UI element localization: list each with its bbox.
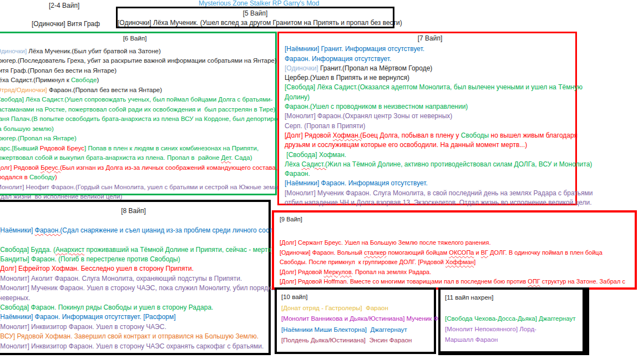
entry-segment: ДОЛГ. В одиночку поймал в плен бойца — [488, 249, 602, 256]
entry-segment: Фараон. — [285, 170, 310, 178]
entry-line: растаманами на Ростке, пожертвовал собой… — [0, 105, 275, 115]
entry-segment: Фараон.(Ушел с проводником в неизвестном… — [285, 103, 468, 110]
wipe-box-7-label: [7 Вайп] — [285, 34, 575, 43]
entry-line: Лёха Садист.(Жил на Тёмной Долине, актив… — [285, 160, 575, 169]
entry-line: [Монолит] Аколит Фараон. Слуга Монолита,… — [0, 274, 269, 284]
entry-segment: но вышел живым благодаря — [489, 132, 578, 139]
entry-segment: [Отряд/Одиночки] — [0, 87, 47, 93]
entry-line: [Одиночки] Фараон. Вольный сталкер помог… — [280, 248, 635, 258]
entry-segment: [Свобода] Будда. ( — [0, 246, 55, 254]
entry-segment: продался в — [0, 174, 29, 180]
entry-segment: Марс.[Бывший — [0, 145, 40, 151]
entry-segment: Свободы. После примкнул к группировке ДО… — [280, 259, 445, 265]
entry-segment: Боец Долга, побывал в плену у — [362, 132, 461, 139]
entry-line — [280, 229, 635, 239]
entry-line: [Отряд/Одиночки] Фараон.(Пропал без вест… — [0, 85, 275, 95]
entry-segment: [Наёмники] Фараон. Информация отсутствуе… — [285, 179, 428, 187]
entry-line: [Монолит] Фараон.(Охранял центр Зоны от … — [285, 112, 575, 121]
entry-segment: ) — [97, 77, 99, 83]
entry-segment: Ваня Палач.(В попытке освободить брата-а… — [0, 115, 288, 122]
entry-segment: [Наёмники] Фараон. Информация отсутствуе… — [0, 313, 176, 321]
entry-segment: ] — [474, 259, 475, 265]
entry-line: [Долг] Рядовой Hoffman. Вместе со многим… — [280, 277, 635, 287]
entry-segment: [Наёмники] — [0, 226, 35, 234]
entry-line: Фараон.(Ушел с проводником в неизвестном… — [285, 102, 575, 112]
wipe-box-7: [7 Вайп][Наёмники] Гранит. Информация от… — [277, 32, 577, 205]
entry-segment: Свободы — [461, 132, 489, 139]
entry-line: продался в Свободу) — [0, 173, 275, 183]
entry-line: [Свобода] Лёха Садист.(Ушел сопровождать… — [0, 95, 275, 105]
wipe-box-9-label: [9 Вайп] — [280, 215, 635, 225]
entry-segment: [Одиночки] Фараон. Вольный — [280, 249, 364, 256]
entry-segment: [Наёмники Миши Блекторна] Джаггернаут — [281, 326, 407, 333]
entry-segment: [Свобода] Лёха Садист.(Ушел сопровождать… — [0, 96, 272, 103]
wipe-box-8: [8 Вайп] [Наёмники] Фараон.(Сдал снаряже… — [0, 200, 271, 355]
entry-segment: ВГ — [481, 249, 488, 256]
entry-line — [445, 303, 583, 314]
entry-line: Цербер.(Ушел в Припять и не вернулся) — [285, 73, 575, 83]
entry-segment: друзьям и сослуживцам которые его освобо… — [285, 141, 527, 149]
entry-line: [ВСУ] Рядовой Хофман. Завершил свой конт… — [0, 332, 269, 341]
entry-segment: Крюгер.(Пропал на Янтаре) — [0, 135, 77, 141]
entry-segment: [Монолит] Инквизитор Фараон. Ушел в стор… — [0, 323, 166, 331]
entry-segment: [Монолит] Инквизитор Фараон. Ушел в стор… — [0, 342, 264, 350]
entry-line: [Одиночки] Лёха Мученик.(Был убит братво… — [0, 47, 275, 57]
entry-line: [Бандиты] Фараон. (Погиб в перестрелке п… — [0, 255, 269, 264]
entry-segment: Свободу — [29, 174, 55, 180]
entry-segment: отдал жизни во исполнение великой цели) — [0, 193, 122, 200]
entry-line: [Долг] Рядовой Бреус.(Был изгнан из Долг… — [0, 163, 275, 173]
entry-segment: на большую землю) — [0, 125, 54, 132]
entry-segment: отбил нападение ЧН и Долга взорвав 13 Эк… — [285, 199, 592, 206]
wipe-2-4-entry-vitya-graf: [Одиночки] Витя Граф — [32, 20, 100, 28]
wipe-box-6-label: [6 Вайп] — [0, 34, 275, 44]
entry-line: [Долг] Ефрейтор Хофман. Бесследно ушел в… — [0, 264, 269, 274]
entry-line: [Монолит] Инквизитор Фараон. Ушел в стор… — [0, 322, 269, 332]
entry-segment: Маршалл Фараон — [445, 336, 498, 343]
entry-segment: [Монолит] Мученик Фараон. Ушел в сторону… — [0, 284, 291, 292]
entry-line: [Свобода Чехова-Досса-Дьяка] Джаггернаут — [445, 314, 583, 324]
entry-segment: структур на Затоне. Забрал с — [540, 278, 625, 285]
entry-segment: Сдал снаряжение и съел цианид из-за проб… — [62, 226, 285, 234]
entry-segment: пожертвовал собой и выкупил брата-анархи… — [0, 154, 221, 161]
entry-line: неверных. — [0, 294, 269, 303]
entry-segment: ОКСОПа — [449, 249, 474, 256]
entry-segment: [Одиночки] — [0, 48, 27, 54]
entry-segment: Хоффман — [445, 259, 474, 265]
entry-segment: Анархист — [55, 246, 84, 254]
entry-line: [Долг] Рядовой Меркулов. Пропал на земля… — [280, 267, 635, 277]
entry-line: Крюгер.(Пропал на Янтаре) — [0, 134, 275, 144]
entry-line: [Долг] Сержант Бреус. Ушел на Большую Зе… — [280, 238, 635, 248]
entry-segment: [Одиночки] Лёха Мученик. (Ушел вслед за … — [118, 19, 402, 27]
entry-segment: Лёха Садист.(Примкнул к — [0, 77, 71, 83]
entry-line: [Наёмники] Гранит. Информация отсутствуе… — [285, 44, 575, 54]
wipe-box-10-label: [10 вайп] — [281, 292, 434, 303]
entry-segment: Лёха — [285, 160, 301, 168]
entry-line: [Одиночки] Гранит.(Пропал на Мёртвом Гор… — [285, 64, 575, 73]
entry-segment: [Свобода] Хофман. — [285, 151, 346, 159]
entry-segment: [Долг] Рядовой — [285, 132, 333, 139]
entry-line: Витя Граф.(Пропал без вести на Янтаре) — [0, 66, 275, 76]
entry-line: [Монолит] Мученик Фараон. Ушел в сторону… — [0, 284, 269, 293]
wipe-box-10: [10 вайп][Донат отряд - Гастролеры] Фара… — [275, 287, 436, 354]
entry-line: Крюгер.(Последователь Греха, убит за рас… — [0, 56, 275, 66]
entry-segment: Витя Граф.(Пропал без вести на Янтаре) — [0, 67, 117, 74]
entry-segment: Хофман.( — [333, 132, 362, 139]
entry-segment: [Долг] Ефрейтор Хофман. Бесследно ушел в… — [0, 265, 194, 272]
entry-segment: Лёха Мученик.(Был убит братвой на Затоне… — [27, 48, 161, 54]
entry-segment: ] Попав в плен к людям в синих комбинезо… — [84, 145, 259, 151]
entry-segment: Фараон.( — [35, 226, 63, 234]
entry-line: Фараон. Информация отсутствует. — [285, 54, 575, 64]
entry-segment: проживавший на Тёмной Долине и Припяти, … — [84, 246, 274, 254]
entry-line: [Долг] Рядовой Хофман.(Боец Долга, побыв… — [285, 131, 575, 140]
entry-segment: Садист.( — [301, 160, 327, 168]
entry-segment: сталкер — [364, 249, 386, 256]
entry-segment: Фараон. Информация отсутствует. — [285, 55, 391, 63]
entry-line: [Свобода] Лёха Садист.(Оказался адептом … — [285, 83, 575, 92]
entry-segment: Жил на Тёмной Долине, активно противодей… — [327, 160, 592, 168]
entry-segment: [Монолит] Аколит Фараон. Слуга Монолита,… — [0, 275, 242, 282]
entry-line: Свободы. После примкнул к группировке ДО… — [280, 257, 635, 267]
entry-segment: [Донат отряд - Гастролеры] Фараон — [281, 305, 388, 311]
entry-segment: Цербер.(Ушел в Припять и не вернулся) — [285, 74, 409, 82]
entry-line: друзьям и сослуживцам которые его освобо… — [285, 140, 575, 150]
entry-line: Фараон. — [285, 169, 575, 179]
